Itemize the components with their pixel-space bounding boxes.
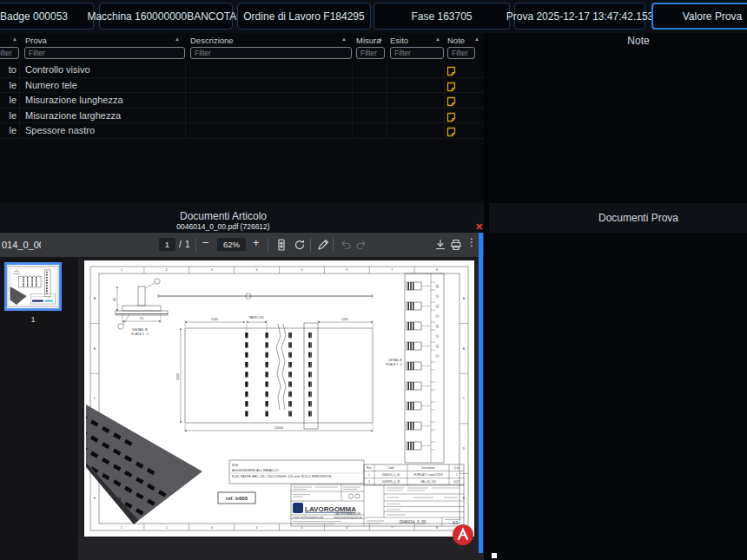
table-row[interactable]: le Numero tele (0, 77, 484, 94)
note-icon[interactable] (446, 64, 456, 75)
column-header-note[interactable]: Note (447, 36, 465, 45)
svg-text:1: 1 (121, 268, 122, 272)
svg-text:0046014_0_00: 0046014_0_00 (382, 473, 400, 477)
sort-asc-icon[interactable]: ▲ (474, 36, 479, 42)
row-prova-label: Spessore nastro (25, 125, 95, 135)
badge-button[interactable]: Badge 000053 (0, 3, 94, 30)
row-prova-label: Misurazione lunghezza (25, 95, 123, 105)
svg-text:120: 120 (435, 284, 439, 288)
svg-text:B: B (94, 347, 96, 351)
column-header-descrizione[interactable]: Descrizione (190, 36, 234, 45)
svg-text:3: 3 (211, 526, 213, 530)
page-thumbnail[interactable] (4, 262, 62, 311)
adobe-acrobat-icon (453, 524, 473, 545)
edge-view (158, 293, 373, 299)
svg-text:HOPFLAT-O-export 313/3: HOPFLAT-O-export 313/3 (413, 473, 443, 477)
lavorgomma-logo: G LAVORGOMMA LAVORGOMMAGROUP (293, 503, 360, 516)
sort-asc-icon[interactable]: ▲ (175, 36, 180, 42)
row-truncated-text: to (0, 64, 17, 75)
page-divider: / (179, 240, 182, 249)
row-truncated-text: le (0, 95, 17, 105)
svg-text:120: 120 (435, 344, 439, 348)
note-icon[interactable] (446, 110, 456, 121)
sort-asc-icon[interactable]: ▲ (12, 36, 17, 42)
svg-text:2: 2 (166, 526, 168, 530)
note-filter-input[interactable] (447, 47, 475, 59)
more-menu-icon[interactable]: ⋮ (466, 236, 477, 248)
svg-text:120: 120 (435, 324, 439, 328)
table-row[interactable]: to Controllo visivo (0, 62, 484, 78)
svg-text:D: D (463, 447, 466, 451)
download-icon[interactable] (433, 238, 447, 252)
rotate-icon[interactable] (293, 238, 307, 252)
svg-text:1: 1 (368, 473, 370, 477)
table-row[interactable]: le Misurazione lunghezza (0, 92, 484, 109)
svg-text:SCALE 1 : 2: SCALE 1 : 2 (131, 333, 149, 336)
descrizione-filter-input[interactable] (190, 47, 352, 59)
table-row[interactable]: le Spessore nastro (0, 122, 484, 139)
svg-text:E: E (463, 497, 466, 500)
misura-filter-input[interactable] (356, 47, 385, 59)
svg-text:C: C (463, 397, 466, 400)
pdf-scrollbar[interactable] (479, 233, 483, 553)
page-total: 1 (185, 240, 190, 249)
redo-icon[interactable] (354, 238, 368, 252)
svg-text:ref. b600: ref. b600 (226, 495, 248, 501)
plan-view: 1265 PASSO 450 1265 52000 3000 (176, 316, 373, 432)
macchina-button[interactable]: Macchina 160000000BANCOTAG (99, 3, 233, 30)
documenti-prova-title: Documenti Prova (598, 212, 678, 224)
svg-text:N.B.: N.B. (232, 463, 239, 467)
svg-text:Q.tà: Q.tà (454, 466, 459, 470)
table-row[interactable]: le Misurazione larghezza (0, 108, 484, 124)
column-header-prova[interactable]: Prova (25, 36, 47, 45)
prova-button[interactable]: Prova 2025-12-17 13:47:42.153 (514, 3, 645, 30)
close-document-icon[interactable]: ✕ (475, 221, 483, 233)
zoom-out-button[interactable]: − (202, 236, 209, 249)
svg-text:5: 5 (301, 268, 302, 272)
svg-text:2: 2 (166, 268, 168, 272)
svg-text:www.lavorgommagroup.com: www.lavorgommagroup.com (334, 516, 362, 519)
esito-filter-input[interactable] (390, 47, 444, 59)
note-icon[interactable] (446, 125, 456, 135)
fit-page-icon[interactable] (274, 238, 288, 252)
fase-button[interactable]: Fase 163705 (374, 3, 510, 30)
row-truncated-text: le (0, 110, 17, 121)
technical-drawing: 12345678 12345678 ABCDE ABCDE 70 4 (84, 260, 474, 537)
panel-resize-handle[interactable] (492, 553, 497, 558)
valore-prova-button[interactable]: Valore Prova (651, 3, 747, 30)
page-number-input[interactable]: 1 (159, 238, 175, 251)
pdf-filename: 014_0_00 (2, 240, 41, 250)
pdf-viewer: 014_0_00 1 / 1 − 62% + ⋮ (0, 233, 484, 560)
column-header-esito[interactable]: Esito (390, 36, 408, 45)
svg-text:Pos.: Pos. (367, 466, 372, 470)
svg-text:PASSO 450: PASSO 450 (249, 316, 264, 320)
svg-text:1265: 1265 (211, 318, 218, 321)
ordine-di-lavoro-button[interactable]: Ordine di Lavoro F184295 (237, 3, 371, 30)
note-icon[interactable] (446, 80, 456, 90)
row-prova-label: Misurazione larghezza (25, 110, 121, 121)
detail-b-view: 70 40 DETAIL B SCALE 1 : 2 (112, 279, 168, 336)
note-icon[interactable] (446, 95, 456, 105)
sort-asc-icon[interactable]: ▲ (341, 36, 347, 42)
thumbnail-sidebar: 1 (0, 257, 78, 560)
svg-text:Code: Code (387, 466, 394, 470)
undo-icon[interactable] (339, 238, 353, 252)
svg-text:7: 7 (391, 268, 393, 272)
truncated-filter-input[interactable] (0, 47, 19, 59)
svg-text:A: A (94, 297, 96, 300)
prova-filter-input[interactable] (24, 47, 185, 59)
svg-text:LAVORGOMMAGROUP: LAVORGOMMAGROUP (335, 512, 360, 516)
note-panel-title: Note (627, 35, 649, 47)
svg-text:8: 8 (436, 526, 438, 530)
svg-text:5: 5 (301, 526, 302, 530)
zoom-level[interactable]: 62% (217, 238, 246, 251)
row-prova-label: Controllo visivo (25, 64, 90, 75)
zoom-in-button[interactable]: + (253, 236, 260, 249)
quality-test-app: Badge 000053 Macchina 160000000BANCOTAG … (0, 0, 747, 560)
print-icon[interactable] (449, 238, 463, 252)
documenti-articolo-title: Documenti Articolo (180, 210, 267, 222)
svg-text:G: G (294, 504, 301, 513)
annotate-pen-icon[interactable] (316, 238, 330, 252)
sort-asc-icon[interactable]: ▲ (378, 36, 383, 42)
sort-asc-icon[interactable]: ▲ (435, 36, 440, 42)
